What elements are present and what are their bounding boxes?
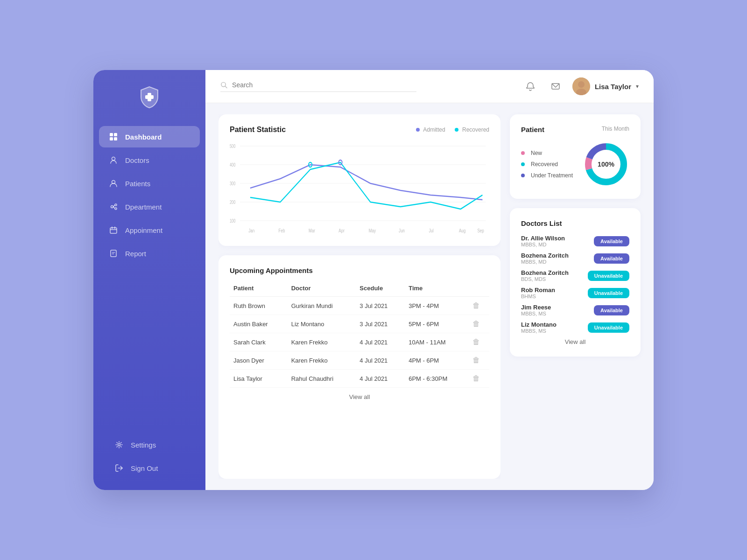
doctor-degree: BHMS (521, 294, 555, 299)
sidebar-item-appointment[interactable]: Appoinment (99, 219, 200, 241)
list-item: Liz Montano MBBS, MS Unavailable (521, 321, 629, 334)
sidebar-item-dashboard[interactable]: Dashboard (99, 126, 200, 147)
sidebar-item-label: Patients (125, 180, 150, 188)
doctor-status-button[interactable]: Unavailable (588, 271, 629, 281)
patient-statistic-chart: 500 400 300 200 100 Jan (230, 141, 489, 235)
doctor-info: Bozhena Zoritch BDS, MDS (521, 269, 569, 282)
patient-card-title: Patient (521, 126, 544, 133)
doctor-status-button[interactable]: Available (594, 305, 629, 315)
search-icon (220, 81, 227, 89)
delete-button[interactable]: 🗑 (472, 320, 480, 328)
avatar (572, 77, 590, 95)
svg-rect-3 (114, 133, 117, 136)
time-cell: 3PM - 4PM (405, 297, 469, 315)
doctor-cell: Rahul Chaudhri (288, 370, 356, 388)
message-icon (550, 81, 561, 91)
patient-stats: New Recovered Under Treatment (521, 141, 629, 188)
svg-text:Sep: Sep (477, 228, 484, 234)
table-row: Lisa Taylor Rahul Chaudhri 4 Jul 2021 6P… (230, 370, 489, 388)
patient-cell: Ruth Brown (230, 297, 288, 315)
list-item: Jim Reese MBBS, MS Available (521, 304, 629, 316)
search-bar (220, 81, 416, 92)
sidebar-item-label: Report (125, 250, 146, 258)
svg-point-6 (112, 157, 115, 161)
sidebar-bottom: Settings Sign Out (93, 434, 205, 479)
patient-cell: Lisa Taylor (230, 370, 288, 388)
col-time: Time (405, 282, 469, 297)
doctor-name: Dr. Allie Wilson (521, 235, 565, 242)
svg-text:Jan: Jan (248, 228, 254, 234)
sidebar-item-doctors[interactable]: Doctors (99, 149, 200, 171)
legend-recovered: Recovered (455, 126, 489, 133)
doctor-degree: MBBS, MS (521, 311, 551, 316)
recovered-dot (455, 128, 458, 132)
doctor-status-button[interactable]: Unavailable (588, 288, 629, 298)
logo-shield-icon (137, 85, 162, 109)
chevron-down-icon: ▾ (636, 83, 639, 90)
sidebar-item-signout[interactable]: Sign Out (105, 457, 194, 479)
list-item: Bozhena Zoritch MBBS, MD Available (521, 252, 629, 265)
chart-card: Patient Statistic Admitted Recovered (218, 114, 500, 246)
doctor-status-button[interactable]: Unavailable (588, 322, 629, 333)
svg-rect-1 (145, 95, 154, 99)
donut-chart: 100% (583, 141, 629, 188)
svg-rect-13 (110, 228, 117, 233)
time-cell: 5PM - 6PM (405, 315, 469, 333)
sidebar-item-label: Dashboard (125, 133, 162, 141)
sidebar-item-report[interactable]: Report (99, 243, 200, 264)
delete-button[interactable]: 🗑 (472, 301, 480, 310)
doctor-info: Bozhena Zoritch MBBS, MD (521, 252, 569, 265)
col-patient: Patient (230, 282, 288, 297)
sidebar-item-department[interactable]: Dpeartment (99, 196, 200, 217)
svg-rect-5 (114, 137, 117, 140)
svg-text:Apr: Apr (338, 228, 345, 234)
chart-container: 500 400 300 200 100 Jan (230, 141, 489, 235)
doctors-list: Dr. Allie Wilson MBBS, MD Available Bozh… (521, 235, 629, 334)
doctors-view-all[interactable]: View all (521, 338, 629, 345)
svg-text:100: 100 (230, 218, 235, 224)
doctor-info: Liz Montano MBBS, MS (521, 321, 557, 334)
report-icon (108, 248, 119, 259)
legend-new: New (521, 150, 573, 156)
sidebar-item-patients[interactable]: Patients (99, 173, 200, 194)
notification-button[interactable] (522, 78, 539, 95)
svg-point-26 (578, 81, 585, 88)
svg-text:Jul: Jul (429, 228, 434, 234)
admitted-dot (416, 128, 420, 132)
doctor-info: Dr. Allie Wilson MBBS, MD (521, 235, 565, 247)
delete-button[interactable]: 🗑 (472, 356, 480, 364)
appointment-icon (108, 225, 119, 235)
sidebar: Dashboard Doctors Patien (93, 70, 205, 490)
sidebar-item-label: Settings (131, 441, 156, 449)
sidebar-item-settings[interactable]: Settings (105, 434, 194, 455)
header: Lisa Taylor ▾ (205, 70, 654, 103)
doctors-list-card: Doctors List Dr. Allie Wilson MBBS, MD A… (510, 208, 641, 357)
col-schedule: Scedule (356, 282, 405, 297)
doctor-name: Liz Montano (521, 321, 557, 328)
doctor-degree: MBBS, MS (521, 328, 557, 334)
delete-button[interactable]: 🗑 (472, 374, 480, 383)
under-treatment-dot (521, 174, 525, 177)
svg-point-9 (115, 204, 117, 206)
col-doctor: Doctor (288, 282, 356, 297)
table-row: Sarah Clark Karen Frekko 4 Jul 2021 10AM… (230, 333, 489, 351)
doctor-info: Jim Reese MBBS, MS (521, 304, 551, 316)
patient-cell: Austin Baker (230, 315, 288, 333)
time-cell: 6PM - 6:30PM (405, 370, 469, 388)
schedule-cell: 3 Jul 2021 (356, 297, 405, 315)
appointments-title: Upcoming Appointments (230, 266, 489, 274)
signout-icon (114, 463, 124, 473)
svg-point-8 (111, 206, 113, 208)
table-row: Ruth Brown Gurkiran Mundi 3 Jul 2021 3PM… (230, 297, 489, 315)
user-profile[interactable]: Lisa Taylor ▾ (572, 77, 639, 95)
doctor-status-button[interactable]: Available (594, 253, 629, 264)
appointments-view-all[interactable]: View all (230, 393, 489, 400)
delete-button[interactable]: 🗑 (472, 338, 480, 346)
chart-title: Patient Statistic (230, 126, 286, 134)
search-input[interactable] (232, 81, 416, 89)
doctor-status-button[interactable]: Available (594, 236, 629, 246)
message-button[interactable] (547, 78, 564, 95)
svg-text:Mar: Mar (309, 228, 316, 234)
svg-text:300: 300 (230, 181, 235, 186)
main-content: Lisa Taylor ▾ Patient Statistic Admitted (205, 70, 654, 490)
